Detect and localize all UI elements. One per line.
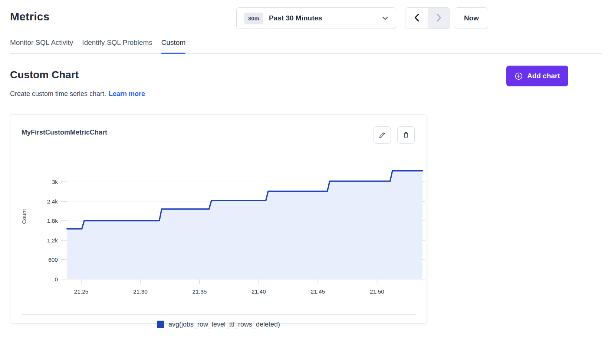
svg-text:0: 0 <box>55 276 58 282</box>
trash-icon <box>402 131 410 139</box>
time-nav-group <box>405 7 450 29</box>
svg-text:Count: Count <box>21 209 27 224</box>
svg-text:21:50: 21:50 <box>370 288 384 295</box>
plus-circle-icon <box>514 72 523 80</box>
subtitle-text: Create custom time series chart. <box>10 90 106 97</box>
svg-text:1.2k: 1.2k <box>47 237 58 244</box>
svg-text:3k: 3k <box>52 179 58 185</box>
metrics-tabs: Monitor SQL Activity Identify SQL Proble… <box>10 39 602 54</box>
add-chart-button[interactable]: Add chart <box>506 66 568 86</box>
edit-chart-button[interactable] <box>374 126 391 144</box>
metrics-page: Metrics 30m Past 30 Minutes Now Monitor … <box>0 0 612 364</box>
learn-more-link[interactable]: Learn more <box>109 90 145 97</box>
svg-text:21:40: 21:40 <box>251 288 266 295</box>
section-title: Custom Chart <box>10 69 79 81</box>
chevron-right-icon <box>436 13 442 23</box>
tab-custom[interactable]: Custom <box>161 39 185 53</box>
legend-label: avg(jobs_row_level_ttl_rows_deleted) <box>168 321 280 328</box>
legend-swatch <box>157 321 164 328</box>
tab-identify-sql-problems[interactable]: Identify SQL Problems <box>82 39 152 53</box>
time-range-label: Past 30 Minutes <box>269 14 322 22</box>
now-button[interactable]: Now <box>455 7 488 29</box>
svg-text:21:30: 21:30 <box>133 288 148 295</box>
chart-actions <box>374 126 415 144</box>
chart-title: MyFirstCustomMetricChart <box>22 129 107 136</box>
time-back-button[interactable] <box>405 8 428 29</box>
chevron-left-icon <box>414 13 419 23</box>
pencil-icon <box>378 131 386 139</box>
svg-text:600: 600 <box>48 257 58 263</box>
svg-text:1.8k: 1.8k <box>47 218 58 224</box>
custom-chart-plot: 06001.2k1.8k2.4k3k21:2521:3021:3521:4021… <box>10 153 427 300</box>
chevron-down-icon <box>382 16 388 20</box>
delete-chart-button[interactable] <box>397 126 415 144</box>
svg-text:21:25: 21:25 <box>74 288 89 295</box>
time-range-badge: 30m <box>244 13 263 24</box>
legend-divider <box>22 314 416 315</box>
section-subtitle: Create custom time series chart.Learn mo… <box>10 90 145 98</box>
add-chart-label: Add chart <box>527 72 560 80</box>
svg-text:2.4k: 2.4k <box>47 198 58 205</box>
time-range-dropdown[interactable]: 30m Past 30 Minutes <box>236 7 396 29</box>
chart-legend: avg(jobs_row_level_ttl_rows_deleted) <box>10 317 427 332</box>
custom-chart-card: MyFirstCustomMetricChart 06001.2k1.8k2.4… <box>10 114 427 324</box>
svg-text:21:45: 21:45 <box>311 288 325 295</box>
page-title: Metrics <box>10 10 49 23</box>
svg-text:21:35: 21:35 <box>193 288 207 295</box>
tab-monitor-sql-activity[interactable]: Monitor SQL Activity <box>10 39 73 53</box>
time-forward-button[interactable] <box>428 8 450 29</box>
